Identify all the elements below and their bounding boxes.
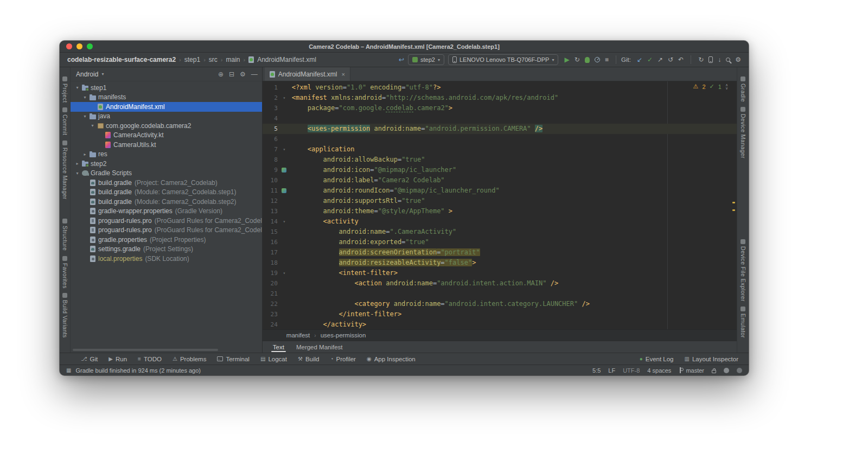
tool-window-button-problems[interactable]: ⚠Problems (168, 353, 212, 365)
editor-tab-androidmanifest[interactable]: AndroidManifest.xml × (265, 67, 350, 81)
tree-item-proguard-rules-pro[interactable]: proguard-rules.pro(ProGuard Rules for Ca… (71, 216, 262, 226)
fold-marker-icon[interactable]: ▾ (280, 93, 289, 103)
run-configuration-select[interactable]: step2 ▾ (408, 54, 444, 65)
breadcrumb-item-src[interactable]: src (209, 56, 218, 63)
fold-marker-icon[interactable]: ▾ (280, 268, 289, 278)
readonly-lock-icon[interactable] (712, 370, 716, 373)
next-prev-warning-icons[interactable]: ∧∨ (725, 84, 728, 90)
run-icon[interactable]: ▶ (564, 56, 569, 63)
sdk-manager-icon[interactable]: ↓ (718, 56, 721, 63)
locate-file-icon[interactable]: ⊕ (218, 71, 224, 78)
search-icon[interactable] (726, 58, 730, 62)
tree-item-build-gradle[interactable]: build.gradle(Module: Camera2_Codelab.ste… (71, 188, 262, 197)
tree-item-res[interactable]: ▸res (71, 150, 262, 159)
device-select[interactable]: LENOVO Lenovo TB-Q706F-DPP ▾ (448, 54, 559, 65)
tool-window-button-git[interactable]: ⎇Git (76, 353, 103, 365)
tool-window-button-todo[interactable]: ≡TODO (133, 353, 167, 365)
close-tab-icon[interactable]: × (342, 71, 345, 78)
stripe-warning-mark[interactable] (732, 209, 735, 211)
tree-item-build-gradle[interactable]: build.gradle(Module: Camera2_Codelab.ste… (71, 197, 262, 207)
breadcrumb-item-androidmanifest-xml[interactable]: AndroidManifest.xml (257, 56, 316, 63)
tool-window-button-run[interactable]: ▶Run (104, 353, 132, 365)
line-separator[interactable]: LF (608, 367, 615, 374)
gutter-preview-icon[interactable] (280, 165, 289, 175)
minimize-window-button[interactable] (76, 43, 82, 49)
tree-item-camerautils-kt[interactable]: CameraUtils.kt (71, 140, 262, 150)
git-branch-widget[interactable]: master (679, 367, 704, 374)
file-encoding[interactable]: UTF-8 (623, 367, 640, 374)
tool-window-button-profiler[interactable]: ◔Profiler (325, 353, 360, 365)
indicator-icon-1[interactable] (724, 368, 729, 373)
tree-item-java[interactable]: ▾java (71, 112, 262, 122)
tree-item-local-properties[interactable]: local.properties(SDK Location) (71, 254, 262, 264)
inspection-widget[interactable]: ⚠ 2 ✓ 1 ∧∨ (693, 83, 728, 90)
debug-icon[interactable] (585, 57, 590, 63)
error-stripe[interactable] (731, 81, 737, 329)
settings-gear-icon[interactable]: ⚙ (240, 71, 246, 78)
tool-window-button-build[interactable]: ⚒Build (293, 353, 324, 365)
collapse-all-icon[interactable]: ⊟ (229, 71, 234, 78)
tree-item-androidmanifest-xml[interactable]: AndroidManifest.xml (71, 102, 262, 112)
tool-window-button-terminal[interactable]: ›Terminal (212, 353, 254, 365)
tree-chevron-icon[interactable]: ▸ (74, 161, 81, 166)
tool-stripe-button-commit[interactable]: Commit (62, 107, 68, 136)
tree-chevron-icon[interactable]: ▾ (89, 123, 96, 128)
fold-marker-icon[interactable]: ▾ (280, 216, 289, 227)
commit-icon[interactable]: ✓ (647, 56, 653, 63)
update-project-icon[interactable]: ↙ (637, 56, 642, 63)
tool-stripe-button-resource-manager[interactable]: Resource Manager (62, 140, 68, 200)
view-tab-text[interactable]: Text (267, 341, 290, 353)
tree-chevron-icon[interactable]: ▸ (81, 152, 88, 157)
device-manager-icon[interactable] (709, 56, 713, 63)
tree-item-gradle-scripts[interactable]: ▾Gradle Scripts (71, 169, 262, 178)
close-window-button[interactable] (66, 43, 72, 49)
profiler-icon[interactable] (595, 57, 600, 62)
xml-breadcrumb-uses-permission[interactable]: uses-permission (321, 332, 366, 338)
tool-stripe-button-device-manager[interactable]: Device Manager (740, 107, 746, 158)
tree-item-cameraactivity-kt[interactable]: CameraActivity.kt (71, 131, 262, 140)
tree-item-build-gradle[interactable]: build.gradle(Project: Camera2_Codelab) (71, 178, 262, 188)
navigate-back-icon[interactable]: ↩ (399, 56, 404, 63)
stop-icon[interactable]: ■ (605, 56, 609, 63)
tree-item-manifests[interactable]: ▾manifests (71, 93, 262, 103)
tree-chevron-icon[interactable]: ▾ (81, 114, 88, 119)
caret-position[interactable]: 5:5 (592, 367, 601, 374)
rollback-icon[interactable]: ↶ (678, 56, 684, 63)
tree-item-com-google-codelab-camera2[interactable]: ▾com.google.codelab.camera2 (71, 121, 262, 131)
tool-stripe-button-project[interactable]: Project (62, 76, 68, 103)
tool-window-button-event-log[interactable]: ●Event Log (635, 353, 679, 365)
tool-window-button-logcat[interactable]: ▤Logcat (256, 353, 292, 365)
tree-chevron-icon[interactable]: ▾ (74, 85, 81, 90)
indicator-icon-2[interactable] (737, 368, 742, 373)
xml-breadcrumb-manifest[interactable]: manifest (286, 332, 310, 338)
tree-chevron-icon[interactable]: ▾ (81, 95, 88, 100)
tool-window-button-app-inspection[interactable]: ◉App Inspection (362, 353, 420, 365)
tool-stripe-button-structure[interactable]: Structure (62, 219, 68, 251)
tool-stripe-button-device-file-explorer[interactable]: Device File Explorer (740, 239, 746, 302)
code-editor[interactable]: ⚠ 2 ✓ 1 ∧∨ 1<?xml version="1.0" encoding… (263, 81, 737, 329)
breadcrumb-item-step1[interactable]: step1 (184, 56, 200, 63)
breadcrumb-item-main[interactable]: main (226, 56, 240, 63)
hide-panel-icon[interactable]: — (251, 71, 258, 78)
tool-stripe-button-gradle[interactable]: Gradle (740, 76, 746, 102)
tree-item-step1[interactable]: ▾step1 (71, 83, 262, 93)
push-icon[interactable]: ↗ (658, 56, 663, 63)
chevron-down-icon[interactable]: ▾ (101, 72, 104, 76)
breadcrumb-item-codelab-resizable-surface-camera2[interactable]: codelab-resizable-surface-camera2 (67, 56, 176, 63)
settings-icon[interactable]: ⚙ (735, 56, 741, 63)
stripe-warning-mark[interactable] (732, 202, 735, 203)
zoom-window-button[interactable] (87, 43, 93, 49)
tree-item-settings-gradle[interactable]: settings.gradle(Project Settings) (71, 245, 262, 254)
tree-item-gradle-wrapper-properties[interactable]: gradle-wrapper.properties(Gradle Version… (71, 207, 262, 216)
tree-item-proguard-rules-pro[interactable]: proguard-rules.pro(ProGuard Rules for Ca… (71, 226, 262, 235)
project-view-selector[interactable]: Android (76, 71, 98, 78)
tool-stripe-button-favorites[interactable]: Favorites (62, 256, 68, 289)
tree-item-gradle-properties[interactable]: gradle.properties(Project Properties) (71, 235, 262, 245)
tool-window-toggle-icon[interactable]: ▦ (66, 368, 71, 373)
tool-stripe-button-build-variants[interactable]: Build Variants (62, 293, 68, 338)
indent-style[interactable]: 4 spaces (647, 367, 671, 374)
gutter-preview-icon[interactable] (280, 186, 289, 196)
tree-chevron-icon[interactable]: ▾ (74, 171, 81, 176)
tree-item-step2[interactable]: ▸step2 (71, 159, 262, 169)
view-tab-merged-manifest[interactable]: Merged Manifest (290, 341, 349, 353)
